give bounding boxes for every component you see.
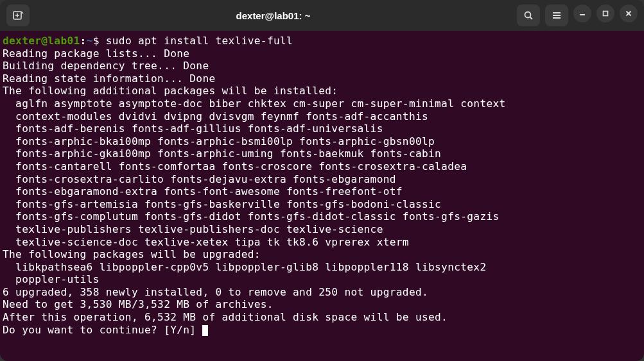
search-icon [523,10,534,21]
window-title: dexter@lab01: ~ [33,10,513,21]
cursor [202,325,208,336]
terminal-body[interactable]: dexter@lab01:~$ sudo apt install texlive… [0,31,644,361]
terminal-window: dexter@lab01: ~ [0,0,644,361]
command-text: sudo apt install texlive-full [106,35,293,47]
terminal-output: Reading package lists... Done Building d… [3,47,506,336]
titlebar-left [6,4,30,26]
prompt-symbol: $ [93,35,100,47]
prompt-path: ~ [87,35,93,47]
prompt-colon: : [80,35,87,47]
svg-rect-9 [604,12,608,16]
minimize-icon [579,10,586,17]
search-button[interactable] [517,4,540,26]
menu-button[interactable] [545,4,568,26]
prompt-user-host: dexter@lab01 [3,35,80,47]
svg-line-4 [530,17,533,20]
close-icon [625,10,632,17]
new-tab-icon [12,10,24,21]
minimize-button[interactable] [573,4,591,22]
new-tab-button[interactable] [6,4,30,26]
titlebar-right [517,4,638,26]
hamburger-icon [552,10,562,21]
maximize-icon [602,10,609,17]
maximize-button[interactable] [596,4,614,22]
svg-point-3 [525,12,531,18]
close-button[interactable] [620,4,638,22]
titlebar: dexter@lab01: ~ [0,0,644,31]
